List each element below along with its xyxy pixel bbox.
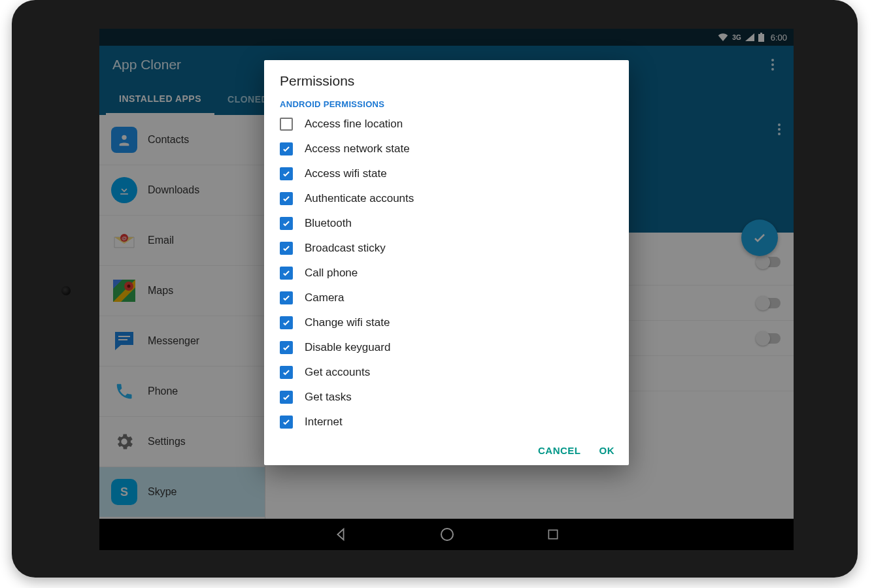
cancel-button[interactable]: CANCEL [538,445,581,456]
checkbox[interactable] [280,242,293,255]
checkbox[interactable] [280,366,293,379]
checkbox[interactable] [280,341,293,354]
permission-row[interactable]: Authenticate accounts [280,186,613,211]
dialog-title: Permissions [264,60,629,95]
permission-row[interactable]: Change wifi state [280,310,613,335]
permission-row[interactable]: Disable keyguard [280,335,613,360]
checkbox[interactable] [280,142,293,155]
permission-label: Get accounts [305,366,370,379]
permission-label: Broadcast sticky [305,242,386,255]
tablet-camera [61,286,71,295]
permission-label: Access fine location [305,118,403,131]
permission-list[interactable]: Access fine locationAccess network state… [264,110,629,437]
dialog-actions: CANCEL OK [264,437,629,465]
permission-label: Camera [305,291,344,304]
permission-label: Disable keyguard [305,341,390,354]
checkbox[interactable] [280,391,293,404]
dialog-section-header: ANDROID PERMISSIONS [264,95,629,110]
permission-row[interactable]: Call phone [280,261,613,286]
permission-label: Authenticate accounts [305,192,414,205]
permission-row[interactable]: Get accounts [280,360,613,385]
permission-label: Bluetooth [305,217,352,230]
permission-row[interactable]: Bluetooth [280,211,613,236]
permissions-dialog: Permissions ANDROID PERMISSIONS Access f… [264,60,629,465]
permission-row[interactable]: Camera [280,286,613,310]
checkbox[interactable] [280,416,293,429]
checkbox[interactable] [280,118,293,131]
ok-button[interactable]: OK [599,445,615,456]
permission-row[interactable]: Access network state [280,137,613,161]
permission-label: Access wifi state [305,167,387,180]
permission-label: Internet [305,416,343,429]
permission-row[interactable]: Access fine location [280,112,613,137]
permission-label: Access network state [305,142,410,155]
permission-label: Get tasks [305,391,352,404]
screen: 3G 6:00 App Cloner INSTALLED APPS CLONED… [99,29,794,550]
permission-row[interactable]: Broadcast sticky [280,236,613,261]
checkbox[interactable] [280,217,293,230]
permission-label: Change wifi state [305,316,390,329]
checkbox[interactable] [280,267,293,280]
checkbox[interactable] [280,316,293,329]
permission-row[interactable]: Get tasks [280,385,613,410]
checkbox[interactable] [280,291,293,304]
permission-row[interactable]: Internet [280,410,613,434]
tablet-frame: 3G 6:00 App Cloner INSTALLED APPS CLONED… [12,0,858,578]
permission-label: Call phone [305,267,358,280]
permission-row[interactable]: Access wifi state [280,161,613,186]
checkbox[interactable] [280,192,293,205]
checkbox[interactable] [280,167,293,180]
